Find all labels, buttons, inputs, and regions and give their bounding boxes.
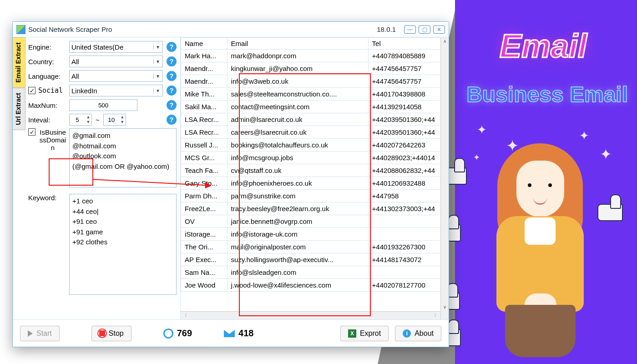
country-select[interactable]: All ▼ [69, 56, 163, 67]
cell-name: AP Exec... [181, 253, 228, 266]
minimize-button[interactable]: — [404, 25, 416, 34]
language-label: Language: [28, 72, 69, 80]
keyword-textarea[interactable]: +1 ceo +44 ceo| +91 ceo +91 game +92 clo… [69, 194, 177, 295]
cell-tel: +447456457757 [368, 75, 448, 88]
excel-icon: X [348, 329, 356, 338]
help-icon[interactable]: ? [167, 42, 177, 52]
cell-email: mark@haddonpr.com [227, 50, 368, 62]
cell-tel: +447456457757 [368, 62, 448, 75]
help-icon[interactable]: ? [167, 86, 177, 96]
link-count-value: 769 [177, 328, 192, 339]
export-label: Exprot [360, 329, 381, 338]
cell-name: Joe Wood [181, 279, 228, 292]
start-button[interactable]: Start [20, 326, 60, 341]
col-name[interactable]: Name [181, 38, 228, 50]
cell-tel: +4401932267300 [368, 241, 448, 253]
scroll-up-icon[interactable]: ∧ [441, 37, 449, 46]
vertical-tabs: Email Extract Url Extract [13, 37, 25, 319]
country-value: All [71, 58, 79, 66]
vertical-scrollbar[interactable]: ∧ ∨ [440, 37, 449, 319]
mail-icon [224, 330, 235, 337]
help-icon[interactable]: ? [167, 115, 177, 125]
maximize-button[interactable]: ▢ [419, 25, 430, 34]
tab-url-extract[interactable]: Url Extract [13, 88, 25, 130]
help-icon[interactable]: ? [167, 71, 177, 81]
stepper-arrows-icon[interactable]: ▲▼ [119, 115, 126, 125]
stop-label: Stop [109, 329, 124, 338]
close-button[interactable]: ✕ [433, 25, 445, 34]
cell-name: Mike Th... [181, 88, 228, 101]
email-count-value: 418 [238, 328, 253, 339]
cell-name: Sakil Ma... [181, 101, 228, 113]
cell-tel [368, 215, 448, 228]
language-value: All [71, 72, 79, 80]
app-version: 18.0.1 [377, 25, 396, 33]
col-email[interactable]: Email [227, 38, 368, 50]
cell-tel: +440289023;+44014 [368, 152, 448, 164]
promo-business-heading: Business Email [466, 82, 628, 107]
table-row[interactable]: Mark Ha...mark@haddonpr.com+440789408588… [181, 50, 449, 62]
stop-icon [99, 330, 105, 336]
cell-name: LSA Recr... [181, 113, 228, 126]
cell-tel: +442088062832,+44 [368, 164, 448, 177]
cell-name: OV [181, 215, 228, 228]
about-button[interactable]: i About [395, 326, 441, 341]
cell-name: LSA Recr... [181, 126, 228, 139]
engine-value: United States(De [71, 43, 123, 51]
social-checkbox-label: ✓ Social [28, 86, 69, 95]
social-select[interactable]: LinkedIn ▼ [69, 85, 163, 96]
cell-name: Free2Le... [181, 202, 228, 215]
keyword-label: Keyword: [28, 194, 69, 202]
interval-from-input[interactable] [70, 114, 85, 125]
export-button[interactable]: X Exprot [340, 326, 389, 341]
interval-to-input[interactable] [104, 114, 119, 125]
interval-to-stepper[interactable]: ▲▼ [103, 114, 126, 126]
app-window: Social Network Scraper Pro 18.0.1 — ▢ ✕ … [12, 21, 449, 347]
isbusiness-label: ✓ IsBusinessDomain [28, 128, 69, 152]
stop-button[interactable]: Stop [91, 326, 131, 341]
cell-tel: +4401704398808 [368, 88, 448, 101]
country-label: Country: [28, 58, 69, 66]
highlight-box-emails [239, 73, 371, 316]
bottom-bar: Start Stop 769 418 X Exprot i About [13, 319, 449, 347]
maxnum-label: MaxNum: [28, 101, 69, 109]
cell-tel: +4407894085889 [368, 50, 448, 62]
sparkle-icon: ✦ [477, 123, 487, 137]
cell-tel: +447958 [368, 190, 448, 202]
cell-name: The Ori... [181, 241, 228, 253]
cell-tel: +441481743072 [368, 253, 448, 266]
about-label: About [415, 329, 434, 338]
cell-tel [368, 228, 448, 241]
cell-tel: +441392914058 [368, 101, 448, 113]
start-label: Start [36, 329, 52, 338]
tab-email-extract[interactable]: Email Extract [13, 37, 25, 88]
cell-name: Sam Na... [181, 266, 228, 279]
cell-name: Mark Ha... [181, 50, 228, 62]
scroll-down-icon[interactable]: ∨ [441, 303, 449, 311]
cell-name: Maendr... [181, 62, 228, 75]
cell-tel: +4402078127700 [368, 279, 448, 292]
cell-tel: +4401206932488 [368, 177, 448, 190]
help-icon[interactable]: ? [167, 100, 177, 110]
sparkle-icon: ✦ [579, 129, 589, 143]
col-tel[interactable]: Tel [368, 38, 448, 50]
interval-separator: ~ [96, 116, 100, 124]
social-checkbox[interactable]: ✓ [28, 87, 35, 94]
cell-tel [368, 266, 448, 279]
cell-name: Gary Sto... [181, 177, 228, 190]
isbusiness-label-text: IsBusinessDomain [38, 128, 67, 152]
thumbs-up-icon [597, 193, 632, 221]
engine-label: Engine: [28, 43, 69, 51]
promo-email-heading: Email [500, 27, 587, 65]
language-select[interactable]: All ▼ [69, 70, 163, 82]
cell-name: MCS Gr... [181, 152, 228, 164]
cell-tel: +4402072642263 [368, 139, 448, 152]
stepper-arrows-icon[interactable]: ▲▼ [85, 115, 91, 125]
engine-select[interactable]: United States(De ▼ [69, 41, 163, 53]
isbusiness-checkbox[interactable]: ✓ [28, 128, 35, 136]
link-icon [161, 326, 175, 340]
interval-from-stepper[interactable]: ▲▼ [69, 114, 92, 126]
info-icon: i [403, 329, 411, 338]
maxnum-input[interactable] [69, 99, 137, 111]
help-icon[interactable]: ? [167, 56, 177, 66]
